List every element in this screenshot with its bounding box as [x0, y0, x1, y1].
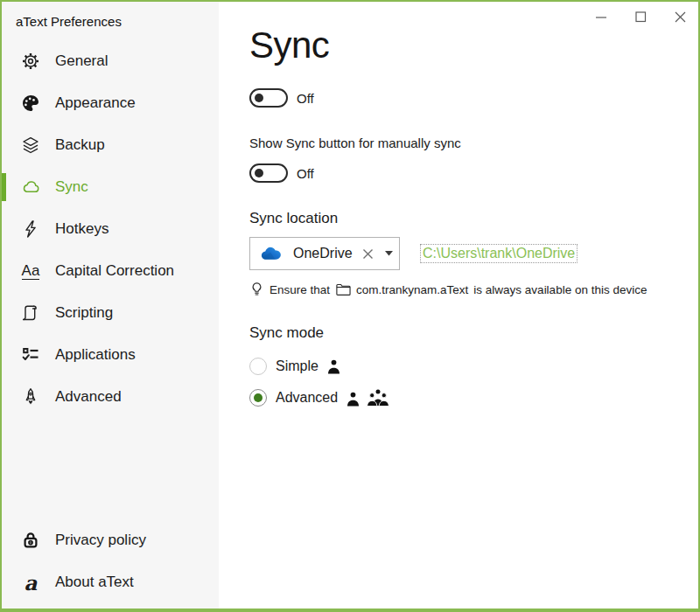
- lock-icon: [19, 529, 42, 552]
- manual-sync-toggle-state: Off: [297, 166, 314, 181]
- sidebar-item-label: Advanced: [55, 388, 122, 406]
- sync-mode-option-simple: Simple: [249, 358, 698, 375]
- sidebar-item-label: General: [55, 52, 108, 70]
- cloud-icon: [19, 176, 42, 198]
- sidebar-item-backup[interactable]: Backup: [2, 124, 219, 166]
- scroll-icon: [19, 302, 42, 324]
- sidebar-item-about-atext[interactable]: a About aText: [2, 561, 219, 603]
- user-group-icon: [367, 389, 389, 407]
- manual-sync-toggle[interactable]: [249, 163, 288, 183]
- sidebar-item-privacy-policy[interactable]: Privacy policy: [2, 519, 219, 561]
- sidebar-item-sync[interactable]: Sync: [2, 166, 219, 208]
- lightning-icon: [19, 218, 42, 240]
- clear-provider-icon[interactable]: [362, 248, 374, 260]
- aa-icon: Aa: [19, 260, 42, 282]
- window-controls: [595, 10, 686, 23]
- hint-text-prefix: Ensure that: [270, 283, 330, 296]
- sidebar-item-label: Sync: [55, 178, 88, 196]
- gear-icon: [19, 50, 42, 73]
- chevron-down-icon[interactable]: [385, 251, 393, 256]
- sidebar-item-applications[interactable]: Applications: [2, 334, 219, 376]
- sidebar-item-label: Privacy policy: [55, 532, 146, 549]
- single-user-icon: [327, 359, 340, 374]
- sync-settings-panel: Sync Off Show Sync button for manually s…: [219, 2, 698, 609]
- sync-provider-label: OneDrive: [293, 246, 353, 261]
- sidebar-item-appearance[interactable]: Appearance: [2, 82, 219, 124]
- hint-text-suffix: is always available on this device: [473, 283, 647, 296]
- hint-folder-name: com.trankynam.aText: [356, 283, 468, 296]
- manual-sync-toggle-row: Off: [249, 163, 698, 183]
- sidebar-item-label: Scripting: [55, 304, 113, 322]
- sync-toggle[interactable]: [249, 88, 288, 108]
- sidebar-item-label: About aText: [55, 574, 134, 591]
- sync-mode-option-advanced: Advanced: [249, 389, 698, 407]
- sync-location-row: OneDrive C:\Users\trank\OneDrive: [249, 237, 698, 270]
- sync-mode-heading: Sync mode: [249, 324, 698, 342]
- sidebar-item-label: Backup: [55, 136, 105, 154]
- sync-path-link[interactable]: C:\Users\trank\OneDrive: [420, 244, 578, 263]
- manual-sync-label: Show Sync button for manually sync: [249, 136, 698, 150]
- sidebar-item-hotkeys[interactable]: Hotkeys: [2, 208, 219, 250]
- sync-provider-dropdown[interactable]: OneDrive: [249, 237, 400, 270]
- sidebar-item-capital-correction[interactable]: Aa Capital Correction: [2, 250, 219, 292]
- radio-label: Advanced: [276, 390, 338, 406]
- sync-location-hint: Ensure that com.trankynam.aText is alway…: [249, 282, 698, 297]
- advanced-mode-icons: [346, 389, 389, 407]
- sidebar-item-label: Hotkeys: [55, 220, 108, 238]
- sidebar-item-advanced[interactable]: Advanced: [2, 376, 219, 418]
- sync-toggle-row: Off: [249, 88, 698, 108]
- onedrive-icon: [260, 246, 285, 262]
- sidebar-item-general[interactable]: General: [2, 40, 219, 82]
- atext-preferences-window: aText Preferences General: [0, 0, 700, 612]
- window-title: aText Preferences: [2, 2, 219, 29]
- layers-icon: [19, 134, 42, 156]
- single-user-icon: [346, 392, 360, 407]
- simple-radio[interactable]: [249, 358, 267, 375]
- advanced-radio[interactable]: [249, 389, 267, 407]
- atext-logo-icon: a: [19, 571, 42, 594]
- folder-icon: [335, 282, 351, 296]
- page-title: Sync: [249, 24, 698, 66]
- lightbulb-icon: [249, 282, 264, 297]
- sidebar-item-scripting[interactable]: Scripting: [2, 292, 219, 334]
- sidebar-item-label: Appearance: [55, 94, 136, 112]
- sync-location-heading: Sync location: [249, 210, 698, 227]
- palette-icon: [19, 92, 42, 115]
- sync-toggle-state: Off: [297, 91, 314, 106]
- sidebar-item-label: Capital Correction: [55, 262, 174, 280]
- toggle-knob: [255, 94, 263, 102]
- sidebar: aText Preferences General: [2, 2, 219, 609]
- rocket-icon: [19, 386, 42, 408]
- close-button[interactable]: [674, 10, 686, 23]
- sidebar-item-label: Applications: [55, 346, 136, 364]
- checklist-icon: [19, 344, 42, 366]
- sidebar-footer: Privacy policy a About aText: [2, 519, 219, 603]
- toggle-knob: [255, 169, 263, 177]
- sidebar-nav: General Appearance: [2, 40, 219, 418]
- minimize-button[interactable]: [595, 10, 607, 23]
- maximize-button[interactable]: [634, 10, 647, 23]
- radio-label: Simple: [276, 358, 318, 374]
